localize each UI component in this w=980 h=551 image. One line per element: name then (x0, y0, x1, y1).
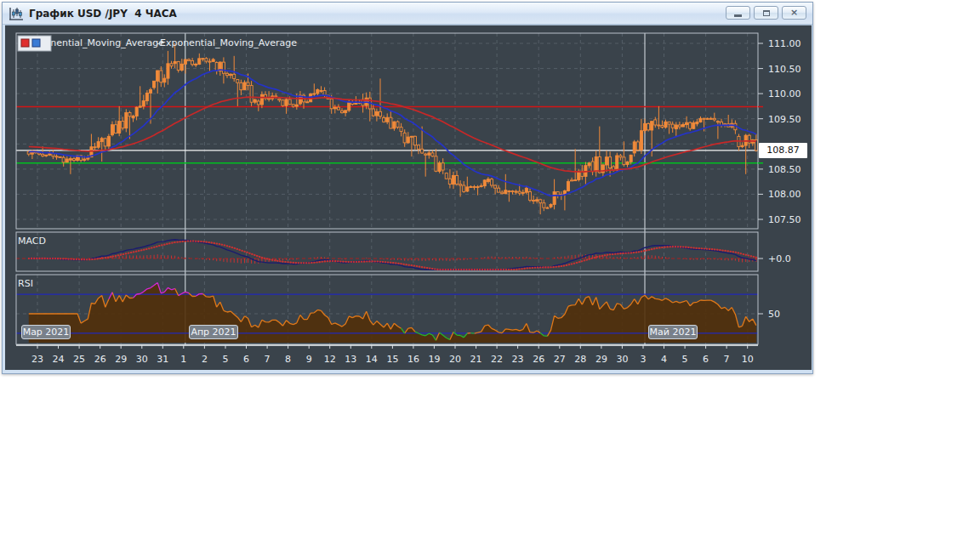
price-axis-label: 111.00 (768, 38, 801, 49)
x-axis-day-label: 8 (285, 354, 291, 365)
x-axis-day-label: 23 (31, 354, 43, 365)
x-axis-day-label: 31 (157, 354, 168, 365)
month-badge-march: Мар 2021 (21, 325, 71, 339)
price-axis-label: 108.00 (768, 189, 801, 200)
x-axis-day-label: 24 (53, 354, 65, 365)
month-separators (185, 33, 645, 345)
rsi-panel (16, 283, 758, 344)
x-axis-day-label: 5 (682, 354, 688, 365)
x-axis-day-label: 21 (470, 354, 482, 365)
x-axis-day-label: 16 (407, 354, 419, 365)
legend-red-swatch (21, 39, 29, 47)
x-axis-day-label: 29 (115, 354, 127, 365)
x-axis-day-label: 13 (345, 354, 356, 365)
close-button[interactable]: × (782, 6, 806, 20)
chart-client-area: 2324252629303112567891213141516192021222… (5, 25, 812, 370)
rsi-label: RSI (18, 278, 33, 289)
month-badge-april: Апр 2021 (189, 325, 238, 339)
macd-label: MACD (18, 236, 46, 247)
x-axis-day-label: 27 (554, 354, 566, 365)
macd-axis-label: +0.0 (768, 253, 791, 264)
x-axis-day-label: 15 (386, 354, 398, 365)
x-axis-day-label: 25 (73, 354, 85, 365)
month-badge-may: Май 2021 (648, 325, 698, 339)
rsi-axis-label: 50 (768, 309, 780, 320)
x-axis-day-label: 30 (616, 354, 628, 365)
legend-ema-slow-label: -Exponential_Moving_Average (157, 37, 297, 48)
x-axis-day-label: 19 (428, 354, 440, 365)
close-icon: × (790, 9, 798, 17)
x-axis-day-label: 12 (324, 354, 336, 365)
x-axis-day-label: 23 (512, 354, 524, 365)
legend-blue-swatch (32, 39, 40, 47)
x-axis-day-label: 9 (306, 354, 312, 365)
x-axis-day-label: 20 (449, 354, 461, 365)
price-axis-label: 107.50 (768, 214, 801, 225)
x-axis-day-label: 7 (265, 354, 271, 365)
x-axis-day-label: 2 (202, 354, 208, 365)
restore-icon (763, 10, 770, 16)
minimize-button[interactable] (726, 6, 750, 20)
price-axis-label: 109.50 (768, 114, 801, 125)
x-axis-day-label: 30 (136, 354, 148, 365)
window-titlebar[interactable]: График USD /JPY 4 ЧАСА × (3, 3, 812, 25)
x-axis-day-label: 6 (703, 354, 709, 365)
x-axis-day-label: 28 (574, 354, 586, 365)
price-axis-label: 108.50 (768, 164, 801, 175)
x-axis-day-label: 1 (180, 354, 186, 365)
x-axis-day-label: 7 (724, 354, 730, 365)
x-axis-day-label: 6 (243, 354, 249, 365)
x-axis-day-label: 10 (742, 354, 754, 365)
x-axis-day-label: 14 (366, 354, 378, 365)
minimize-icon (734, 14, 742, 17)
restore-button[interactable] (754, 6, 778, 20)
x-axis-day-label: 26 (533, 354, 544, 365)
price-axis-label: 110.50 (768, 64, 801, 75)
macd-signal-line (29, 241, 756, 270)
window-title: График USD /JPY 4 ЧАСА (29, 8, 177, 20)
x-axis-day-label: 4 (661, 354, 667, 365)
chart-canvas[interactable]: 2324252629303112567891213141516192021222… (5, 26, 812, 370)
x-axis-day-label: 3 (641, 354, 647, 365)
ema-fast-line (29, 70, 756, 196)
window-controls: × (726, 6, 806, 20)
chart-window: График USD /JPY 4 ЧАСА × 232425262930311… (2, 2, 813, 374)
macd-panel (16, 240, 758, 270)
app-candlestick-icon (9, 7, 24, 20)
current-price-label: 108.87 (759, 143, 807, 158)
candles-layer (27, 43, 757, 214)
x-axis-day-label: 5 (223, 354, 229, 365)
macd-line (29, 240, 756, 270)
x-axis-day-label: 22 (491, 354, 503, 365)
x-axis-day-label: 29 (595, 354, 607, 365)
price-axis-label: 110.00 (768, 88, 801, 99)
desktop: График USD /JPY 4 ЧАСА × 232425262930311… (0, 0, 980, 551)
price-panel (16, 43, 758, 214)
x-axis-day-label: 26 (94, 354, 106, 365)
